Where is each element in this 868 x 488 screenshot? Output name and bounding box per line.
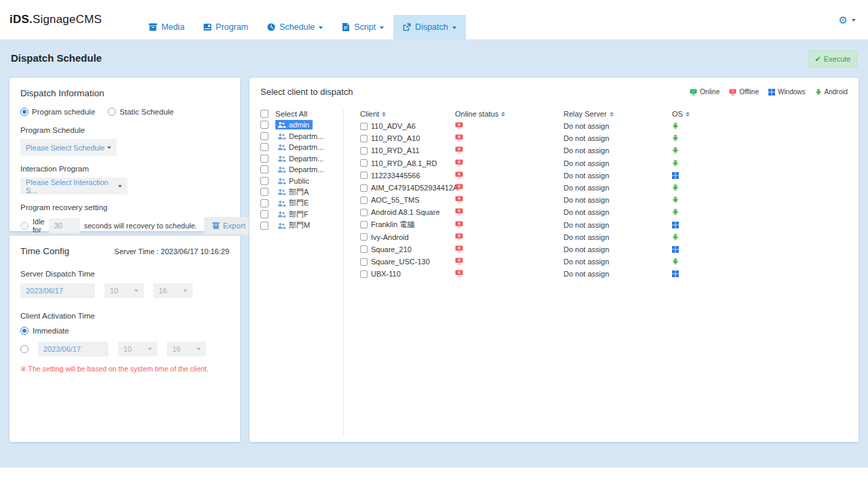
chevron-down-icon	[319, 26, 323, 29]
tree-node[interactable]: 部門E	[275, 197, 312, 209]
tree-node[interactable]: 部門A	[275, 186, 312, 198]
group-icon	[277, 133, 286, 140]
tree-item-checkbox[interactable]	[260, 143, 269, 151]
relay-server-value: Do not assign	[564, 134, 609, 142]
brand-bold: iDS.	[9, 13, 33, 26]
android-icon	[815, 88, 822, 96]
android-icon	[672, 196, 679, 203]
client-row-checkbox[interactable]	[360, 233, 368, 241]
tree-node[interactable]: Departm...	[275, 165, 327, 174]
offline-icon	[455, 208, 463, 216]
execute-button[interactable]: ✔ Execute	[808, 50, 857, 68]
tree-item-checkbox[interactable]	[260, 210, 269, 218]
tree-node[interactable]: Public	[275, 176, 313, 186]
settings-menu[interactable]: ⚙	[839, 15, 856, 25]
idle-recovery-radio[interactable]	[20, 222, 28, 230]
windows-icon	[768, 89, 775, 96]
tree-node[interactable]: 部門F	[275, 209, 312, 220]
tree-item-label: Departm...	[289, 155, 323, 163]
dispatch-minute-select[interactable]: 16	[153, 283, 193, 298]
dispatch-hour-value: 10	[110, 287, 118, 295]
tree-node[interactable]: Departm...	[275, 131, 327, 141]
sort-icon	[501, 112, 505, 117]
group-icon	[277, 155, 286, 162]
client-row-checkbox[interactable]	[360, 184, 368, 192]
tree-item-checkbox[interactable]	[260, 155, 269, 163]
column-header-os[interactable]: OS	[672, 110, 713, 118]
nav-item-program[interactable]: Program	[194, 15, 258, 39]
nav-item-script[interactable]: Script	[332, 15, 393, 39]
select-all-row: Select All	[260, 108, 343, 119]
client-row-checkbox[interactable]	[360, 135, 368, 142]
dispatch-date-input[interactable]	[20, 283, 95, 298]
nav-item-schedule[interactable]: Schedule	[258, 15, 332, 39]
status-legend: Online Offline Windows	[690, 87, 848, 96]
tree-node[interactable]: 部門M	[275, 220, 313, 231]
idle-seconds-input[interactable]	[49, 218, 80, 233]
column-header-online-status[interactable]: Online status	[455, 110, 564, 118]
relay-server-value: Do not assign	[564, 159, 609, 167]
client-row-checkbox[interactable]	[360, 171, 368, 179]
tree-item: 部門F	[260, 209, 343, 220]
tree-node[interactable]: Departm...	[275, 142, 327, 152]
client-row-checkbox[interactable]	[360, 197, 368, 204]
tree-item-checkbox[interactable]	[260, 177, 269, 185]
client-table-row: 110_RYD_A10 Do not assign	[360, 132, 848, 144]
client-row-checkbox[interactable]	[360, 245, 368, 253]
tree-item-label: 部門A	[289, 187, 309, 197]
sort-icon	[610, 112, 614, 117]
select-all-checkbox[interactable]	[260, 110, 269, 118]
offline-icon	[455, 171, 463, 179]
offline-icon	[455, 146, 463, 154]
static-schedule-radio[interactable]	[108, 108, 116, 116]
activation-hour-select[interactable]: 10	[118, 342, 157, 357]
android-icon	[672, 134, 679, 142]
tree-item-checkbox[interactable]	[260, 188, 269, 196]
relay-server-value: Do not assign	[564, 258, 609, 266]
tree-item-label: Departm...	[289, 143, 323, 151]
program-schedule-radio[interactable]	[20, 108, 28, 116]
activation-minute-select[interactable]: 16	[167, 342, 206, 357]
tree-item: Departm...	[260, 131, 343, 142]
scheduled-activation-radio[interactable]	[20, 345, 28, 353]
nav-item-media[interactable]: Media	[139, 15, 194, 39]
tree-item: 部門M	[260, 220, 343, 232]
client-row-checkbox[interactable]	[360, 123, 368, 130]
client-name: 110_RYD_A11	[371, 146, 420, 155]
tree-item-checkbox[interactable]	[260, 222, 269, 230]
main-nav: Media Program Schedule Script	[139, 0, 466, 39]
offline-icon	[455, 159, 463, 167]
client-row-checkbox[interactable]	[360, 270, 368, 278]
program-icon	[203, 23, 212, 31]
column-header-label: Online status	[455, 110, 498, 118]
tree-item-checkbox[interactable]	[260, 121, 269, 129]
client-row-checkbox[interactable]	[360, 258, 368, 266]
client-row-checkbox[interactable]	[360, 159, 368, 167]
export-button[interactable]: Export	[204, 217, 254, 235]
tree-node[interactable]: Departm...	[275, 154, 327, 163]
activation-date-input[interactable]	[38, 342, 108, 357]
client-row-checkbox[interactable]	[360, 209, 368, 216]
program-schedule-select[interactable]: Please Select Schedule	[20, 139, 117, 156]
client-name: Android A8.1 Square	[371, 208, 440, 216]
immediate-radio[interactable]	[20, 327, 28, 335]
group-icon	[277, 211, 286, 218]
client-table-row: 110_RYD_A8.1_RD Do not assign	[360, 157, 848, 169]
interaction-program-select[interactable]: Please Select Interaction S...	[20, 178, 127, 195]
client-row-checkbox[interactable]	[360, 221, 368, 228]
tree-node[interactable]: admin	[275, 120, 313, 129]
column-header-client[interactable]: Client	[360, 110, 455, 118]
client-row-checkbox[interactable]	[360, 147, 368, 155]
nav-item-label: Program	[216, 22, 248, 32]
group-icon	[277, 144, 286, 150]
nav-item-dispatch[interactable]: Dispatch	[393, 15, 466, 39]
tree-item-checkbox[interactable]	[260, 199, 269, 207]
chevron-down-icon	[118, 185, 122, 188]
column-header-relay-server[interactable]: Relay Server	[564, 110, 672, 118]
client-name: 110_ADV_A6	[371, 122, 416, 130]
tree-item-checkbox[interactable]	[260, 165, 269, 174]
tree-item-checkbox[interactable]	[260, 132, 269, 140]
program-schedule-label: Program Schedule	[20, 126, 229, 134]
dispatch-hour-select[interactable]: 10	[104, 283, 144, 298]
script-icon	[342, 23, 350, 31]
